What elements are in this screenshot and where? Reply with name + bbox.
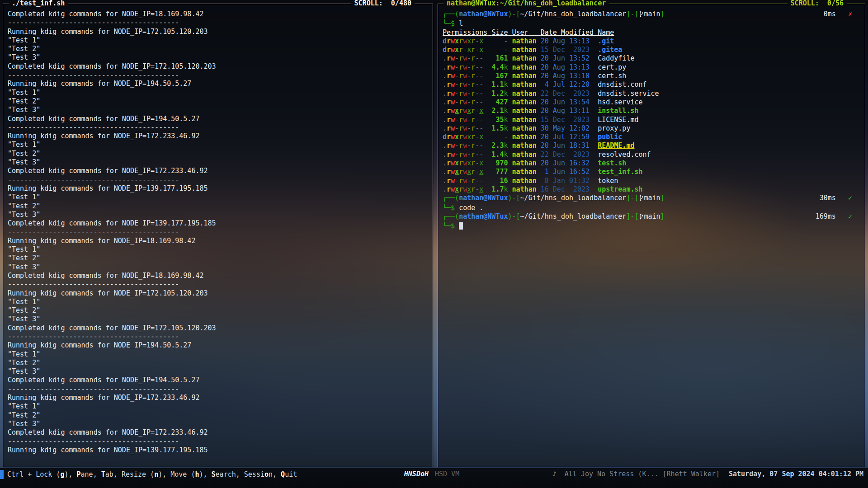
file-row: .rw-rw-r-- 427 nathan 20 Jun 13:54 hsd.s… <box>443 98 860 107</box>
file-row: .rwxrwxr-x 2.1k nathan 20 Aug 13:11 inst… <box>443 107 860 115</box>
terminal-line: "Test 2" <box>8 359 428 367</box>
file-row: drwxr-xr-x - nathan 15 Dec 2023 .gitea <box>443 46 860 54</box>
status-bar-right: ♪ All Joy No Stress (K... [Rhett Walker]… <box>459 470 868 478</box>
file-row: .rw-rw-r-- 1.5k nathan 30 May 12:02 prox… <box>443 124 860 133</box>
terminal-line: Completed kdig commands for NODE_IP=18.1… <box>8 10 428 19</box>
terminal-line: Completed kdig commands for NODE_IP=172.… <box>8 62 428 71</box>
terminal-line: Running kdig commands for NODE_IP=139.17… <box>8 446 428 455</box>
terminal-line: "Test 1" <box>8 193 428 202</box>
file-table-rows: drwxrwxr-x - nathan 20 Aug 13:13 .gitdrw… <box>443 37 860 194</box>
left-terminal-pane[interactable]: ./test_inf.sh SCROLL: 0/480 Completed kd… <box>3 4 433 467</box>
terminal-line: ----------------------------------------… <box>8 280 428 289</box>
right-pane-content[interactable]: ┌──(nathan@NWTux)-[~/Git/hns_doh_loadbal… <box>438 4 865 467</box>
terminal-line: "Test 2" <box>8 45 428 53</box>
file-row: .rwxrwxr-x 777 nathan 1 Jun 16:52 test_i… <box>443 168 860 176</box>
file-row: .rw-rw-r-- 2.3k nathan 20 Jun 18:31 READ… <box>443 141 860 150</box>
terminal-line: "Test 3" <box>8 420 428 428</box>
file-row: .rwxrwxr-x 1.7k nathan 16 Dec 2023 upstr… <box>443 185 860 194</box>
terminal-line: "Test 3" <box>8 158 428 167</box>
git-branch-icon <box>639 213 644 222</box>
git-branch-icon <box>639 11 644 19</box>
file-row: .rw-rw-r-- 167 nathan 20 Aug 13:10 cert.… <box>443 72 860 80</box>
command-duration-1: 0ms ✗ <box>824 10 860 19</box>
file-row: .rwxrwxr-x 970 nathan 20 Jun 16:32 test.… <box>443 159 860 168</box>
terminal-line: "Test 2" <box>8 202 428 211</box>
terminal-line: "Test 3" <box>8 263 428 272</box>
terminal-line: ----------------------------------------… <box>8 19 428 27</box>
terminal-line: Running kdig commands for NODE_IP=172.10… <box>8 28 428 36</box>
terminal-line: Completed kdig commands for NODE_IP=172.… <box>8 324 428 333</box>
terminal-line: "Test 2" <box>8 254 428 263</box>
vm-label: HSD VM <box>435 470 459 478</box>
file-row: drwxrwxr-x - nathan 20 Aug 13:13 .git <box>443 37 860 46</box>
terminal-line: Completed kdig commands for NODE_IP=172.… <box>8 167 428 175</box>
command-duration-2: 30ms ✓ <box>820 194 860 203</box>
terminal-line: Running kdig commands for NODE_IP=172.23… <box>8 394 428 402</box>
terminal-line: Completed kdig commands for NODE_IP=194.… <box>8 376 428 385</box>
keybinding-hints: Ctrl + Lock (g), Pane, Tab, Resize (n), … <box>0 470 404 479</box>
git-branch-icon <box>639 195 644 203</box>
terminal-line: Running kdig commands for NODE_IP=139.17… <box>8 184 428 193</box>
file-row: .rw-rw-r-- 1.1k nathan 4 Jul 12:20 dnsdi… <box>443 80 860 89</box>
file-row: .rw-rw-r-- 1.4k nathan 22 Dec 2023 resol… <box>443 150 860 159</box>
terminal-line: Running kdig commands for NODE_IP=172.10… <box>8 289 428 298</box>
terminal-line: Completed kdig commands for NODE_IP=172.… <box>8 428 428 437</box>
terminal-line: "Test 2" <box>8 150 428 158</box>
left-pane-lines[interactable]: Completed kdig commands for NODE_IP=18.1… <box>3 4 433 467</box>
file-table-header: Permissions Size User Date Modified Name <box>443 28 860 37</box>
prompt-line-1: ┌──(nathan@NWTux)-[~/Git/hns_doh_loadbal… <box>443 10 860 19</box>
terminal-line: "Test 3" <box>8 315 428 324</box>
datetime: Saturday, 07 Sep 2024 04:01:12 PM <box>729 470 863 478</box>
terminal-line: "Test 2" <box>8 411 428 420</box>
terminal-line: Completed kdig commands for NODE_IP=18.1… <box>8 272 428 280</box>
now-playing: ♪ All Joy No Stress (K... [Rhett Walker] <box>552 470 720 478</box>
terminal-line: "Test 1" <box>8 402 428 411</box>
terminal-line: "Test 2" <box>8 97 428 106</box>
terminal-line: "Test 1" <box>8 298 428 306</box>
terminal-line: "Test 1" <box>8 89 428 97</box>
terminal-line: ----------------------------------------… <box>8 437 428 446</box>
terminal-cursor <box>459 222 463 230</box>
session-info: HNSDoH HSD VM <box>404 470 459 478</box>
file-row: .rw-rw-r-- 1.2k nathan 22 Dec 2023 dnsdi… <box>443 89 860 98</box>
file-row: .rw-rw-r-- 161 nathan 20 Jun 13:52 Caddy… <box>443 54 860 63</box>
terminal-line: ----------------------------------------… <box>8 228 428 236</box>
terminal-line: "Test 1" <box>8 350 428 359</box>
command-line-current[interactable]: └─$ <box>443 222 860 230</box>
prompt-line-2: ┌──(nathan@NWTux)-[~/Git/hns_doh_loadbal… <box>443 194 860 203</box>
file-row: .rw-rw-r-- 4.4k nathan 20 Aug 13:13 cert… <box>443 63 860 72</box>
terminal-line: Running kdig commands for NODE_IP=194.50… <box>8 80 428 88</box>
command-line-2: └─$ code . <box>443 204 860 212</box>
file-row: .rw-rw-r-- 35k nathan 15 Dec 2023 LICENS… <box>443 116 860 124</box>
status-bar: Ctrl + Lock (g), Pane, Tab, Resize (n), … <box>0 468 868 488</box>
terminal-line: Running kdig commands for NODE_IP=194.50… <box>8 341 428 350</box>
command-duration-3: 169ms ✓ <box>816 212 860 222</box>
terminal-line: "Test 1" <box>8 141 428 149</box>
terminal-line: Completed kdig commands for NODE_IP=194.… <box>8 115 428 123</box>
terminal-line: Completed kdig commands for NODE_IP=139.… <box>8 219 428 228</box>
terminal-line: "Test 3" <box>8 367 428 376</box>
music-note-icon: ♪ <box>552 470 557 478</box>
file-row: drwxrwxr-x - nathan 20 Jul 12:59 public <box>443 133 860 141</box>
terminal-line: "Test 2" <box>8 306 428 315</box>
session-name: HNSDoH <box>404 470 429 478</box>
command-status-ok-icon: ✓ <box>848 212 852 221</box>
terminal-line: Running kdig commands for NODE_IP=18.169… <box>8 237 428 245</box>
prompt-line-3: ┌──(nathan@NWTux)-[~/Git/hns_doh_loadbal… <box>443 212 860 222</box>
command-status-ok-icon: ✓ <box>848 194 852 202</box>
terminal-line: "Test 3" <box>8 106 428 114</box>
terminal-line: ----------------------------------------… <box>8 176 428 184</box>
command-line-1: └─$ l <box>443 19 860 28</box>
terminal-line: "Test 3" <box>8 53 428 62</box>
mode-indicator-block <box>0 470 4 479</box>
terminal-line: "Test 1" <box>8 245 428 254</box>
terminal-line: ----------------------------------------… <box>8 385 428 394</box>
file-row: .rw-rw-r-- 16 nathan 8 Jan 01:32 token <box>443 177 860 185</box>
terminal-line: "Test 1" <box>8 36 428 45</box>
terminal-line: Running kdig commands for NODE_IP=172.23… <box>8 132 428 141</box>
terminal-line: ----------------------------------------… <box>8 71 428 80</box>
terminal-line: "Test 3" <box>8 211 428 219</box>
right-terminal-pane[interactable]: nathan@NWTux:~/Git/hns_doh_loadbalancer … <box>438 4 865 467</box>
command-status-fail-icon: ✗ <box>848 10 852 18</box>
terminal-line: ----------------------------------------… <box>8 333 428 341</box>
